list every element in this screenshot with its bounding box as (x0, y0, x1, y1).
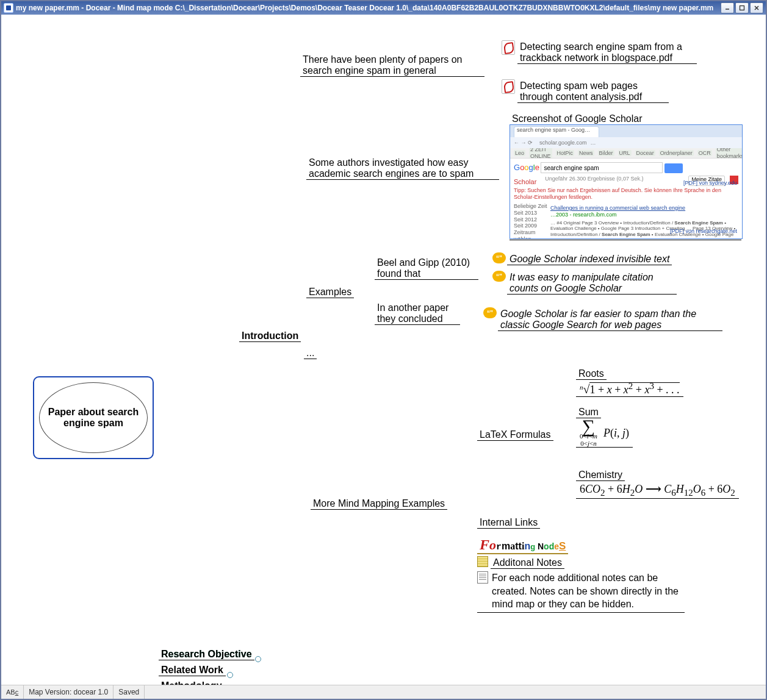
sc-url-bar: ← → ⟳ scholar.google.com… (510, 137, 742, 148)
latex-node[interactable]: LaTeX Formulas (477, 428, 553, 441)
expand-toggle-icon[interactable] (255, 656, 261, 662)
window-title: my new paper.mm - Docear - Mind map mode… (16, 4, 721, 12)
sc-url-text: scholar.google.com (539, 140, 587, 146)
document-icon (4, 3, 13, 13)
chem-node[interactable]: Chemistry (576, 470, 625, 481)
sum-formula[interactable]: ∑ 0<i<m 0<j<n P(i, j) (576, 418, 633, 448)
pdf-node-2-label: Detecting spam web pages through content… (517, 79, 669, 103)
sc-result: Challenges in running a commercial web s… (550, 205, 685, 211)
window-controls (721, 2, 763, 13)
status-version: Map Version: docear 1.0 (24, 685, 113, 699)
root-node[interactable]: Paper about search engine spam (33, 376, 154, 459)
sc-scholar-label: Scholar (514, 178, 536, 186)
quote-spam[interactable]: Google Scholar is far easier to spam tha… (483, 307, 722, 331)
related-work-node[interactable]: Related Work (159, 663, 226, 676)
pdf-node-1-label: Detecting search engine spam from a trac… (517, 40, 697, 64)
roots-node[interactable]: Roots (576, 368, 607, 380)
quote-spam-label: Google Scholar is far easier to spam tha… (498, 307, 722, 331)
mindmap-canvas[interactable]: Paper about search engine spam Introduct… (7, 20, 760, 683)
quote-invisible-label: Google Scholar indexed invisible text (507, 252, 672, 265)
internal-links-node[interactable]: Internal Links (477, 516, 540, 529)
intro-node[interactable]: Introduction (239, 329, 301, 342)
google-scholar-screenshot: search engine spam - Goog… ← → ⟳ scholar… (510, 124, 743, 239)
quote-citation[interactable]: It was easy to manipulate citation count… (492, 271, 677, 295)
minimize-button[interactable] (721, 2, 734, 13)
sc-tab: search engine spam - Goog… (514, 126, 599, 137)
research-objective-node[interactable]: Research Objective (159, 648, 254, 660)
note-doc-icon (477, 571, 488, 584)
examples-node[interactable]: Examples (306, 285, 354, 298)
sc-source: [PDF] von researchgate.net (670, 228, 737, 235)
quote-icon (492, 252, 506, 263)
pdf-icon (502, 79, 515, 94)
pdf-node-2[interactable]: Detecting spam web pages through content… (502, 79, 669, 103)
scholar-caption[interactable]: Screenshot of Google Scholar (510, 112, 743, 124)
root-node-label: Paper about search engine spam (39, 382, 148, 453)
more-examples-node[interactable]: More Mind Mapping Examples (311, 497, 447, 510)
statusbar: ABc Map Version: docear 1.0 Saved (1, 685, 766, 699)
quote-citation-label: It was easy to manipulate citation count… (507, 271, 677, 295)
sc-source: [PDF] von sydney.edu (683, 180, 737, 187)
authors-easy-node[interactable]: Some authors investigated how easy acade… (306, 156, 499, 180)
quote-invisible[interactable]: Google Scholar indexed invisible text (492, 252, 672, 265)
sc-search-button (664, 163, 683, 173)
another-paper-node[interactable]: In another paper they concluded (375, 301, 460, 325)
sc-result-count: Ungefähr 26.300 Ergebnisse (0,07 Sek.) (545, 176, 643, 186)
sc-tip: Tipp: Suchen Sie nur nach Ergebnissen au… (514, 187, 738, 201)
chem-formula[interactable]: 6CO2 + 6H2O ⟶ C6H12O6 + 6O2 (576, 481, 739, 499)
quote-icon (492, 271, 506, 282)
plenty-node[interactable]: There have been plenty of papers on sear… (300, 53, 484, 77)
edge-layer (7, 20, 190, 111)
quote-icon (483, 307, 497, 318)
notes-icon (477, 556, 488, 567)
titlebar[interactable]: my new paper.mm - Docear - Mind map mode… (1, 1, 766, 15)
formatting-node[interactable]: Formatting NodeS (477, 535, 568, 554)
sc-left-filters: Beliebige Zeit Seit 2013 Seit 2012 Seit … (514, 203, 548, 239)
sc-logo: Google (514, 163, 539, 172)
expand-toggle-icon[interactable] (227, 672, 233, 678)
additional-notes-label: Additonal Notes (491, 556, 564, 569)
pdf-icon (502, 40, 515, 55)
status-saved: Saved (113, 685, 145, 699)
svg-rect-1 (740, 6, 744, 10)
roots-formula[interactable]: n√1 + x + x2 + x3 + . . . (576, 380, 683, 397)
ellipsis-node[interactable]: ... (304, 346, 317, 359)
status-abc[interactable]: ABc (1, 685, 24, 699)
sc-search-input (541, 162, 663, 173)
close-button[interactable] (750, 2, 763, 13)
sc-bookmarks: Leo2 ZEIT ONLINEHotPicNewsBilderURLDocea… (510, 148, 742, 159)
maximize-button[interactable] (735, 2, 749, 13)
pdf-node-1[interactable]: Detecting search engine spam from a trac… (502, 40, 697, 64)
app-window: my new paper.mm - Docear - Mind map mode… (0, 0, 767, 700)
notes-body: For each node additional notes can be cr… (492, 571, 687, 611)
additional-notes-node[interactable]: Additonal Notes (477, 556, 687, 569)
beel-node[interactable]: Beel and Gipp (2010) found that (375, 256, 478, 280)
